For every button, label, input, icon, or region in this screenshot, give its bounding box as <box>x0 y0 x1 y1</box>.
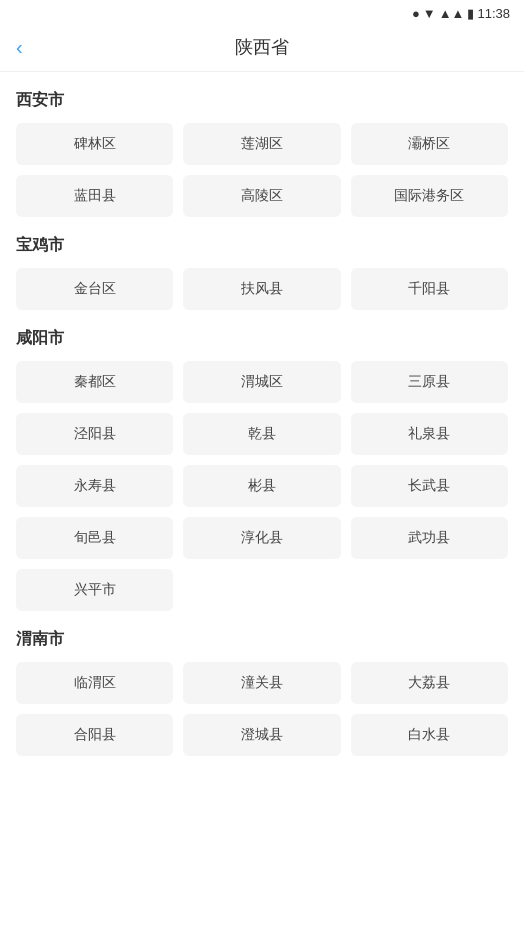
city-title-3: 渭南市 <box>16 629 508 650</box>
district-btn-3-4[interactable]: 澄城县 <box>183 714 340 756</box>
district-btn-0-3[interactable]: 蓝田县 <box>16 175 173 217</box>
district-btn-2-4[interactable]: 乾县 <box>183 413 340 455</box>
city-title-2: 咸阳市 <box>16 328 508 349</box>
district-btn-2-2[interactable]: 三原县 <box>351 361 508 403</box>
district-btn-2-0[interactable]: 秦都区 <box>16 361 173 403</box>
city-section-0: 西安市碑林区莲湖区灞桥区蓝田县高陵区国际港务区 <box>16 90 508 217</box>
district-btn-3-0[interactable]: 临渭区 <box>16 662 173 704</box>
district-btn-3-2[interactable]: 大荔县 <box>351 662 508 704</box>
status-icons: ● ▼ ▲▲ ▮ 11:38 <box>412 6 510 21</box>
wifi-icon: ▼ <box>423 6 436 21</box>
district-btn-0-4[interactable]: 高陵区 <box>183 175 340 217</box>
page-title: 陕西省 <box>16 35 508 59</box>
district-btn-0-1[interactable]: 莲湖区 <box>183 123 340 165</box>
district-grid-2: 秦都区渭城区三原县泾阳县乾县礼泉县永寿县彬县长武县旬邑县淳化县武功县兴平市 <box>16 361 508 611</box>
district-btn-2-11[interactable]: 武功县 <box>351 517 508 559</box>
district-btn-2-7[interactable]: 彬县 <box>183 465 340 507</box>
district-grid-0: 碑林区莲湖区灞桥区蓝田县高陵区国际港务区 <box>16 123 508 217</box>
district-btn-2-10[interactable]: 淳化县 <box>183 517 340 559</box>
back-button[interactable]: ‹ <box>16 36 23 59</box>
location-icon: ● <box>412 6 420 21</box>
district-grid-3: 临渭区潼关县大荔县合阳县澄城县白水县 <box>16 662 508 756</box>
district-btn-3-3[interactable]: 合阳县 <box>16 714 173 756</box>
page-header: ‹ 陕西省 <box>0 25 524 72</box>
city-section-3: 渭南市临渭区潼关县大荔县合阳县澄城县白水县 <box>16 629 508 756</box>
district-btn-2-5[interactable]: 礼泉县 <box>351 413 508 455</box>
district-btn-3-5[interactable]: 白水县 <box>351 714 508 756</box>
signal-icon: ▲▲ <box>439 6 465 21</box>
time-display: 11:38 <box>477 6 510 21</box>
district-btn-2-12[interactable]: 兴平市 <box>16 569 173 611</box>
status-bar: ● ▼ ▲▲ ▮ 11:38 <box>0 0 524 25</box>
district-btn-3-1[interactable]: 潼关县 <box>183 662 340 704</box>
main-content: 西安市碑林区莲湖区灞桥区蓝田县高陵区国际港务区宝鸡市金台区扶风县千阳县咸阳市秦都… <box>0 90 524 776</box>
district-btn-1-2[interactable]: 千阳县 <box>351 268 508 310</box>
district-btn-2-6[interactable]: 永寿县 <box>16 465 173 507</box>
battery-icon: ▮ <box>467 6 474 21</box>
district-btn-0-5[interactable]: 国际港务区 <box>351 175 508 217</box>
city-title-1: 宝鸡市 <box>16 235 508 256</box>
district-btn-2-3[interactable]: 泾阳县 <box>16 413 173 455</box>
district-btn-0-2[interactable]: 灞桥区 <box>351 123 508 165</box>
district-btn-0-0[interactable]: 碑林区 <box>16 123 173 165</box>
district-btn-2-1[interactable]: 渭城区 <box>183 361 340 403</box>
city-title-0: 西安市 <box>16 90 508 111</box>
city-section-2: 咸阳市秦都区渭城区三原县泾阳县乾县礼泉县永寿县彬县长武县旬邑县淳化县武功县兴平市 <box>16 328 508 611</box>
district-grid-1: 金台区扶风县千阳县 <box>16 268 508 310</box>
city-section-1: 宝鸡市金台区扶风县千阳县 <box>16 235 508 310</box>
district-btn-2-9[interactable]: 旬邑县 <box>16 517 173 559</box>
district-btn-2-8[interactable]: 长武县 <box>351 465 508 507</box>
district-btn-1-0[interactable]: 金台区 <box>16 268 173 310</box>
district-btn-1-1[interactable]: 扶风县 <box>183 268 340 310</box>
